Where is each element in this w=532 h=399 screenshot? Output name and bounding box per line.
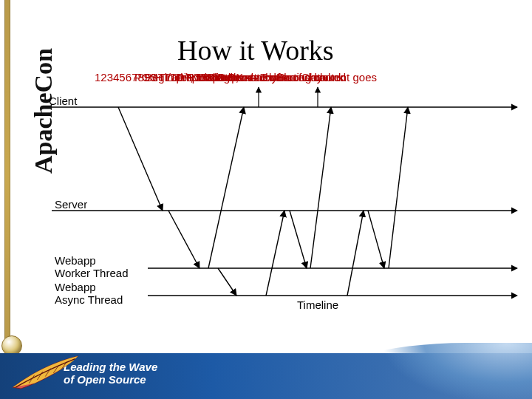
brand-vertical-text: ApacheCon [30, 48, 58, 174]
lane-webapp-async-line1: Webapp [55, 281, 96, 293]
svg-line-11 [347, 211, 364, 296]
svg-line-7 [218, 268, 236, 296]
footer-swoosh-graphic [318, 343, 532, 399]
brand-gold-bar [4, 0, 10, 351]
lane-server-label: Server [55, 198, 87, 211]
step-10-label: Send terminating chunk [228, 71, 344, 83]
svg-line-5 [168, 211, 200, 268]
step-labels-overlay: 1234567890 POST /url HTTP/1.1 Begin proc… [95, 71, 508, 93]
footer-banner: Leading the Wave of Open Source [0, 353, 532, 399]
lane-webapp-worker-line1: Webapp [55, 254, 96, 267]
svg-line-13 [389, 107, 408, 268]
lane-webapp-async-line2: Async Thread [55, 293, 123, 306]
brand-sidebar: ApacheCon [0, 0, 37, 399]
svg-line-8 [266, 211, 284, 296]
timeline-axis-label: Timeline [297, 299, 338, 311]
lane-webapp-worker-label: Webapp Worker Thread [55, 254, 143, 280]
page-title: How it Works [177, 34, 334, 66]
svg-line-6 [208, 107, 244, 268]
feather-icon [7, 350, 89, 395]
lane-webapp-worker-line2: Worker Thread [55, 267, 129, 279]
svg-line-4 [118, 107, 163, 211]
svg-line-12 [368, 211, 384, 268]
svg-line-10 [310, 107, 331, 268]
svg-line-9 [290, 211, 307, 268]
lane-webapp-async-label: Webapp Async Thread [55, 281, 143, 307]
lane-client-label: Client [49, 95, 77, 107]
